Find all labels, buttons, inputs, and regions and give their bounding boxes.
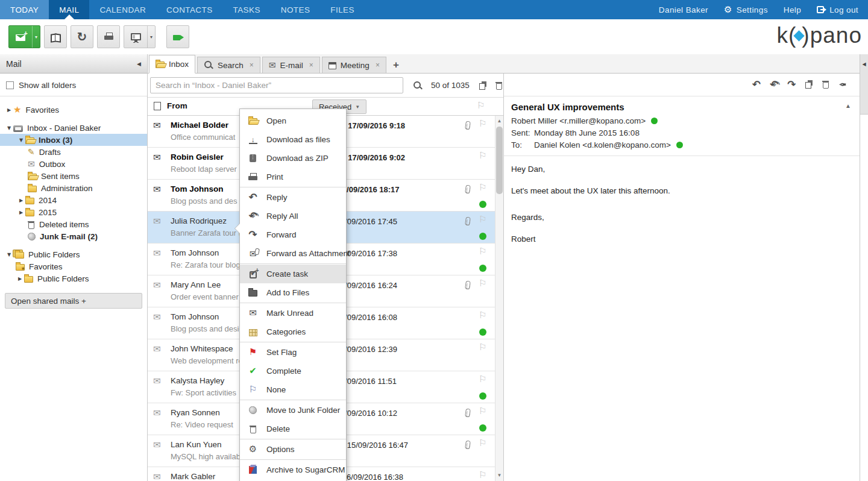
menu-item-reply[interactable]: ↶Reply xyxy=(240,188,346,207)
header-collapse-icon[interactable]: ▲ xyxy=(845,102,851,109)
scroll-up-icon[interactable]: ▲ xyxy=(495,117,503,125)
tab-meeting[interactable]: Meeting× xyxy=(322,57,386,73)
menu-item-download-as-files[interactable]: Download as files xyxy=(240,130,346,149)
copy-icon[interactable] xyxy=(479,81,487,89)
menu-item-open[interactable]: Open xyxy=(240,112,346,130)
menu-item-archive-to-sugarcrm[interactable]: Archive to SugarCRM xyxy=(240,461,346,479)
flag-icon[interactable]: ⚐ xyxy=(479,375,486,384)
new-mail-dropdown[interactable]: ▾ xyxy=(32,26,40,48)
sidebar-folder-inbox-daniel-baker[interactable]: ▼Inbox - Daniel Baker xyxy=(0,122,147,134)
sidebar-folder-outbox[interactable]: ✉Outbox xyxy=(0,158,147,170)
sidebar-collapse-icon[interactable]: ◀ xyxy=(137,61,141,67)
flag-icon[interactable]: ⚐ xyxy=(479,311,486,320)
reply-button[interactable]: ↶ xyxy=(752,79,761,91)
search-icon[interactable] xyxy=(413,81,423,90)
from-column-header[interactable]: From xyxy=(167,101,187,110)
logout-link[interactable]: Log out xyxy=(817,5,858,14)
expander-right-icon[interactable]: ▶ xyxy=(17,198,25,203)
copy-button[interactable] xyxy=(805,79,813,91)
trash-icon[interactable] xyxy=(495,81,503,89)
new-tab-button[interactable]: + xyxy=(388,57,404,73)
new-mail-button[interactable]: ▾ xyxy=(8,25,40,48)
expander-right-icon[interactable]: ▶ xyxy=(16,276,24,281)
nav-item-tasks[interactable]: TASKS xyxy=(223,0,271,19)
nav-item-calendar[interactable]: CALENDAR xyxy=(89,0,156,19)
print-button[interactable] xyxy=(97,25,120,48)
tab-close-icon[interactable]: × xyxy=(376,61,380,69)
sidebar-folder-deleted-items[interactable]: Deleted items xyxy=(0,218,147,230)
menu-item-download-as-zip[interactable]: Download as ZIP xyxy=(240,149,346,168)
flag-icon[interactable]: ⚐ xyxy=(479,183,486,192)
expander-down-icon[interactable]: ▼ xyxy=(17,137,25,143)
flag-icon[interactable]: ⚐ xyxy=(479,151,486,160)
expander-right-icon[interactable]: ▶ xyxy=(17,210,25,215)
show-all-folders-row[interactable]: Show all folders xyxy=(0,74,147,96)
user-name[interactable]: Daniel Baker xyxy=(659,5,708,14)
menu-item-forward-as-attachment[interactable]: ✉Forward as Attachment xyxy=(240,244,346,263)
video-call-button[interactable] xyxy=(166,25,189,48)
help-link[interactable]: Help xyxy=(784,5,801,14)
menu-item-reply-all[interactable]: ↶Reply All xyxy=(240,207,346,225)
delete-button[interactable] xyxy=(822,79,829,91)
tab-search[interactable]: Search× xyxy=(197,57,260,73)
flag-icon[interactable]: ⚐ xyxy=(479,407,486,416)
sidebar-folder-2015[interactable]: ▶2015 xyxy=(0,206,147,218)
tab-e-mail[interactable]: ✉E-mail× xyxy=(262,57,320,73)
nav-item-contacts[interactable]: CONTACTS xyxy=(156,0,222,19)
open-shared-mails-button[interactable]: Open shared mails + xyxy=(5,293,142,309)
show-all-folders-checkbox[interactable] xyxy=(6,81,14,89)
sidebar-folder-sent-items[interactable]: Sent items xyxy=(0,170,147,182)
sidebar-folder-2014[interactable]: ▶2014 xyxy=(0,194,147,206)
flag-icon[interactable]: ⚐ xyxy=(479,215,486,224)
menu-item-forward[interactable]: ↷Forward xyxy=(240,225,346,244)
menu-item-mark-unread[interactable]: ✉Mark Unread xyxy=(240,304,346,322)
sidebar-folder-favorites[interactable]: ★Favorites xyxy=(0,260,147,272)
menu-item-set-flag[interactable]: ⚑Set Flag xyxy=(240,343,346,362)
sidebar-folder-inbox[interactable]: ▼Inbox (3) xyxy=(0,134,147,146)
search-input[interactable] xyxy=(150,77,403,93)
flag-icon[interactable]: ⚐ xyxy=(479,279,486,288)
sidebar-folder-favorites[interactable]: ▶★Favorites xyxy=(0,104,147,116)
signature-button[interactable]: ✒ xyxy=(838,79,846,91)
nav-item-today[interactable]: TODAY xyxy=(0,0,49,19)
flag-icon[interactable]: ⚐ xyxy=(479,247,486,256)
expander-down-icon[interactable]: ▼ xyxy=(5,252,13,257)
view-switcher-button[interactable]: ▾ xyxy=(124,25,156,48)
menu-item-categories[interactable]: Categories xyxy=(240,322,346,341)
nav-item-files[interactable]: FILES xyxy=(320,0,365,19)
menu-item-move-to-junk-folder[interactable]: Move to Junk Folder xyxy=(240,401,346,420)
menu-item-print[interactable]: Print xyxy=(240,168,346,186)
menu-item-create-task[interactable]: Create task xyxy=(240,265,346,283)
right-panel-collapse-handle[interactable]: ◀ xyxy=(860,54,868,115)
tab-close-icon[interactable]: × xyxy=(309,61,313,69)
view-switcher-dropdown[interactable]: ▾ xyxy=(147,26,155,48)
flag-icon[interactable]: ⚐ xyxy=(479,471,486,480)
refresh-button[interactable]: ↻ xyxy=(71,25,93,48)
settings-link[interactable]: ⚙Settings xyxy=(724,5,768,14)
scroll-down-icon[interactable]: ▼ xyxy=(495,471,503,480)
expander-right-icon[interactable]: ▶ xyxy=(5,107,13,113)
nav-item-mail[interactable]: MAIL xyxy=(49,0,89,19)
address-book-button[interactable] xyxy=(44,25,67,48)
tab-close-icon[interactable]: × xyxy=(250,61,254,69)
flag-icon[interactable]: ⚐ xyxy=(479,343,486,352)
list-scrollbar[interactable]: ▲ ▼ xyxy=(495,116,503,481)
menu-item-none[interactable]: ⚐None xyxy=(240,380,346,399)
sidebar-folder-public-folders[interactable]: ▼Public Folders xyxy=(0,248,147,260)
expander-down-icon[interactable]: ▼ xyxy=(5,125,13,131)
flag-column-icon[interactable]: ⚐ xyxy=(477,100,485,111)
sidebar-folder-junk-e-mail[interactable]: Junk E-mail (2) xyxy=(0,230,147,242)
scrollbar-thumb[interactable] xyxy=(496,127,503,194)
sidebar-folder-public-folders[interactable]: ▶Public Folders xyxy=(0,272,147,285)
tab-inbox[interactable]: Inbox xyxy=(149,55,195,74)
sidebar-folder-administration[interactable]: Administration xyxy=(0,182,147,194)
menu-item-add-to-files[interactable]: Add to Files xyxy=(240,283,346,302)
menu-item-delete[interactable]: Delete xyxy=(240,420,346,438)
nav-item-notes[interactable]: NOTES xyxy=(271,0,321,19)
forward-button[interactable]: ↷ xyxy=(787,79,796,91)
flag-icon[interactable]: ⚐ xyxy=(479,439,486,448)
menu-item-options[interactable]: ⚙Options xyxy=(240,440,346,459)
reply-all-button[interactable]: ↶ xyxy=(770,79,778,91)
flag-icon[interactable]: ⚐ xyxy=(479,119,486,128)
sidebar-folder-drafts[interactable]: ✎Drafts xyxy=(0,146,147,158)
